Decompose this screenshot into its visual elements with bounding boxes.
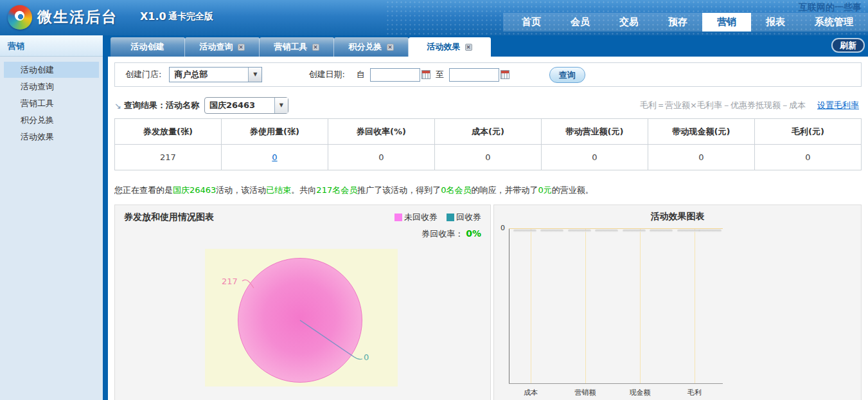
calendar-icon[interactable]: [500, 70, 509, 79]
sidebar-divider: [103, 57, 108, 400]
status-segment: 活动，该活动: [216, 185, 266, 195]
activity-status-text: 您正在查看的是国庆26463活动，该活动已结束。共向217名会员推广了该活动，得…: [114, 185, 862, 196]
gridline: [640, 229, 641, 383]
query-result-label: 查询结果：: [124, 100, 166, 111]
cell-revenue: 0: [542, 145, 648, 170]
zero-bar: [698, 230, 722, 232]
x-label-cash: 现金额: [621, 388, 659, 397]
pie-legend: 未回收券 回收券: [394, 212, 481, 223]
x-label-cost: 成本: [511, 388, 550, 397]
pie-label-used: 0: [364, 352, 369, 362]
tab-activity-effect[interactable]: 活动效果: [409, 37, 491, 57]
col-header-issued: 券发放量(张): [115, 119, 222, 145]
status-segment: 推广了该活动，得到了: [357, 185, 441, 195]
zero-bar: [595, 230, 618, 232]
app-version: X1.0: [140, 10, 166, 23]
status-segment: 您正在查看的是: [114, 185, 173, 195]
zero-bar: [568, 230, 591, 232]
chevron-down-icon[interactable]: [274, 98, 288, 113]
close-icon[interactable]: [238, 44, 245, 51]
status-segment: 。共向: [291, 185, 316, 195]
status-segment: 的营业额。: [552, 185, 594, 195]
tab-activity-create[interactable]: 活动创建: [111, 37, 185, 57]
pie-chart-title: 券发放和使用情况图表: [124, 212, 214, 223]
chevron-down-icon[interactable]: [248, 68, 261, 82]
tab-label: 活动查询: [200, 42, 233, 51]
status-segment-highlight: 已结束: [266, 185, 291, 195]
legend-item-redeemed: 回收券: [447, 212, 481, 223]
sidebar: 活动创建 活动查询 营销工具 积分兑换 活动效果: [0, 57, 103, 400]
date-from-label: 自: [357, 69, 365, 80]
recovery-rate-label: 券回收率：: [421, 229, 463, 239]
set-profit-rate-link[interactable]: 设置毛利率: [817, 100, 859, 111]
used-count-link[interactable]: 0: [272, 152, 277, 162]
store-filter-label: 创建门店:: [125, 69, 161, 80]
nav-item-reports[interactable]: 报表: [751, 13, 800, 32]
app-title: 微生活后台: [37, 7, 118, 27]
tab-points-exchange[interactable]: 积分兑换: [334, 37, 409, 57]
zero-bar: [677, 230, 700, 232]
y-axis-line: [509, 228, 509, 384]
cell-cost: 0: [435, 145, 542, 170]
close-icon[interactable]: [387, 44, 394, 51]
nav-item-prestore[interactable]: 预存: [653, 13, 702, 32]
nav-item-home[interactable]: 首页: [507, 13, 556, 32]
pie-plot-area: 217 0: [205, 249, 398, 386]
sidebar-item-activity-effect[interactable]: 活动效果: [4, 129, 99, 145]
close-icon[interactable]: [465, 44, 472, 51]
tab-label: 活动创建: [131, 42, 164, 51]
x-axis-line: [509, 383, 723, 384]
app-logo-icon: [8, 5, 32, 30]
query-result-bar: 查询结果： 活动名称 国庆26463 毛利＝营业额×毛利率－优惠券抵现额－成本 …: [114, 96, 862, 114]
gridline: [585, 229, 586, 383]
tab-strip: 营销 活动创建 活动查询 营销工具 积分兑换 活动效果 刷新: [0, 35, 868, 57]
main-content: 创建门店: 商户总部 创建日期: 自 至 查询 查询结果： 活动名称 国庆264…: [114, 57, 862, 400]
col-header-used: 券使用量(张): [222, 119, 328, 145]
zero-bar: [540, 230, 563, 232]
legend-label: 未回收券: [404, 212, 438, 223]
search-button[interactable]: 查询: [549, 67, 585, 83]
sidebar-item-points-exchange[interactable]: 积分兑换: [4, 112, 99, 128]
legend-swatch-pink: [394, 214, 402, 221]
store-select[interactable]: 商户总部: [169, 67, 262, 82]
cell-recovery-rate: 0: [328, 145, 435, 170]
charts-row: 券发放和使用情况图表 未回收券 回收券 券回收率：0%: [114, 205, 862, 400]
tab-label: 积分兑换: [349, 42, 382, 51]
refresh-button[interactable]: 刷新: [831, 38, 865, 53]
pie-label-issued: 217: [222, 277, 238, 286]
nav-item-transactions[interactable]: 交易: [605, 13, 653, 32]
effect-bar-panel: 活动效果图表 0 成本 营销额 现金额 毛利: [493, 205, 862, 400]
sidebar-panel-title: 营销: [0, 35, 103, 57]
sidebar-item-activity-query[interactable]: 活动查询: [4, 78, 99, 95]
date-to-input[interactable]: [449, 68, 499, 82]
tab-label: 营销工具: [274, 42, 308, 51]
open-tabs: 活动创建 活动查询 营销工具 积分兑换 活动效果: [111, 37, 491, 57]
top-header: 微生活后台 X1.0 通卡完全版 互联网的一些事 首页 会员 交易 预存 营销 …: [0, 0, 868, 35]
zero-bar: [513, 230, 536, 232]
sidebar-item-marketing-tools[interactable]: 营销工具: [4, 95, 99, 111]
x-label-revenue: 营销额: [566, 388, 605, 397]
cell-issued: 217: [115, 145, 222, 170]
cell-used: 0: [222, 145, 328, 170]
nav-item-members[interactable]: 会员: [556, 13, 605, 32]
date-to-label: 至: [436, 69, 444, 80]
bar-chart-title: 活动效果图表: [494, 211, 861, 223]
nav-item-system[interactable]: 系统管理: [800, 13, 868, 32]
tab-marketing-tools[interactable]: 营销工具: [260, 37, 334, 57]
activity-select-value: 国庆26463: [205, 98, 274, 113]
cell-cash: 0: [648, 145, 755, 170]
gridline: [695, 229, 695, 383]
app-edition-badge: 通卡完全版: [168, 11, 213, 23]
main-nav: 首页 会员 交易 预存 营销 报表 系统管理: [503, 13, 868, 32]
recovery-rate-line: 券回收率：0%: [124, 228, 481, 240]
col-header-recovery-rate: 券回收率(%): [328, 119, 435, 145]
calendar-icon[interactable]: [421, 70, 430, 79]
summary-table: 券发放量(张) 券使用量(张) 券回收率(%) 成本(元) 带动营业额(元) 带…: [114, 118, 862, 170]
result-arrow-icon: [114, 101, 121, 111]
tab-activity-query[interactable]: 活动查询: [185, 37, 260, 57]
sidebar-item-activity-create[interactable]: 活动创建: [4, 62, 99, 78]
date-from-input[interactable]: [370, 68, 420, 82]
close-icon[interactable]: [312, 44, 319, 51]
activity-select[interactable]: 国庆26463: [204, 97, 288, 114]
nav-item-marketing[interactable]: 营销: [702, 13, 751, 32]
